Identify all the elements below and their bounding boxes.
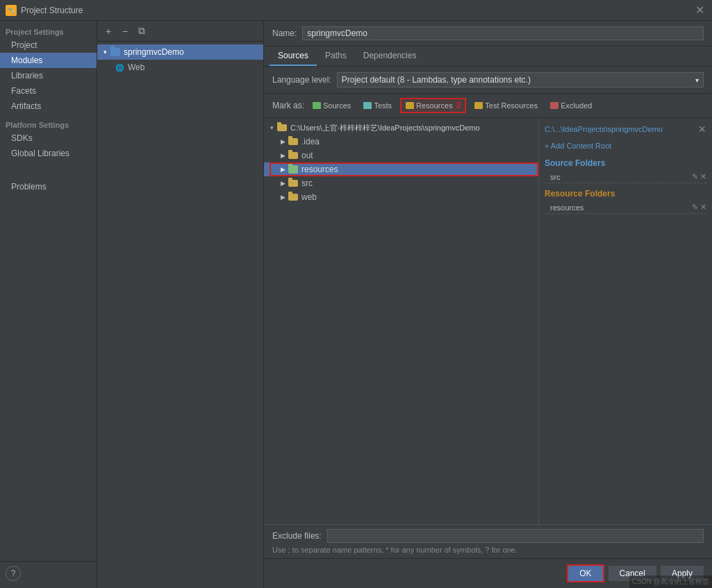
tab-sources[interactable]: Sources [270,47,317,66]
ok-button[interactable]: OK [567,564,604,582]
sources-color-dot [313,102,321,109]
excluded-color-dot [550,102,558,109]
content-area: ▾ C:\Users\上官·梓梓梓梓艺\IdeaProjects\springm… [264,118,712,524]
module-folder-icon [110,47,121,58]
out-folder-icon [288,150,299,161]
name-label: Name: [272,28,297,38]
root-path-label: C:\Users\上官·梓梓梓梓艺\IdeaProjects\springmvc… [290,123,480,133]
tab-paths[interactable]: Paths [317,47,355,66]
dir-item-out[interactable]: ▶ out [264,149,538,162]
source-folder-actions: ✎ ✕ [692,172,706,181]
copy-module-button[interactable]: ⧉ [135,24,149,38]
sidebar-item-project[interactable]: Project [0,37,97,53]
resource-folder-resources: resources ✎ ✕ [545,201,706,214]
resource-folder-actions: ✎ ✕ [692,203,706,212]
resources-color-dot [406,102,414,109]
tab-dependencies[interactable]: Dependencies [355,47,425,66]
sidebar-item-artifacts[interactable]: Artifacts [0,99,97,114]
module-tree-item-label: springmvcDemo [124,47,184,57]
content-root-path: C:\...\IdeaProjects\springmvcDemo [545,125,663,133]
sidebar-item-problems[interactable]: Problems [11,179,91,194]
directory-tree-area: ▾ C:\Users\上官·梓梓梓梓艺\IdeaProjects\springm… [264,118,538,524]
remove-resource-folder-button[interactable]: ✕ [700,203,706,212]
title-bar: 🔧 Project Structure ✕ [0,0,712,21]
exclude-files-input[interactable] [327,529,704,543]
exclude-files-row: Exclude files: [272,529,704,543]
platform-settings-label: Platform Settings [0,114,97,131]
resources-expand-arrow: ▶ [278,165,288,174]
annotation-2: 2 [456,101,461,110]
tree-expand-arrow: ▾ [100,47,110,57]
source-folders-label: Source Folders [545,158,706,168]
bottom-section: Exclude files: Use ; to separate name pa… [264,524,712,558]
close-content-root-button[interactable]: ✕ [698,124,706,135]
dir-item-root[interactable]: ▾ C:\Users\上官·梓梓梓梓艺\IdeaProjects\springm… [264,121,538,135]
sidebar-item-global-libraries[interactable]: Global Libraries [0,146,97,161]
mark-tests-button[interactable]: Tests [359,100,396,111]
help-icon: ? [11,569,16,578]
dir-item-web[interactable]: ▶ web [264,190,538,204]
tests-color-dot [363,102,372,109]
idea-expand-arrow: ▶ [278,137,288,146]
resource-folders-label: Resource Folders [545,189,706,199]
language-level-row: Language level: Project default (8 - Lam… [264,67,712,94]
web-expand-arrow: ▶ [278,192,288,202]
help-button[interactable]: ? [6,566,21,581]
out-folder-label: out [301,151,313,160]
dropdown-arrow-icon: ▾ [695,76,699,84]
content-panel: Name: Sources Paths Dependencies Languag… [264,21,712,588]
sidebar-item-sdks[interactable]: SDKs [0,131,97,146]
remove-module-button[interactable]: − [118,24,132,38]
web-folder-label: web [301,192,317,202]
window-title: Project Structure [21,6,83,15]
module-tree-item-web[interactable]: 🌐 Web [97,60,263,75]
sidebar-item-global-libraries-label: Global Libraries [11,149,69,158]
idea-folder-label: .idea [301,137,320,146]
close-icon[interactable]: ✕ [693,3,706,17]
tabs-row: Sources Paths Dependencies [264,47,712,67]
watermark: CSDN @高冷的上官梓芸 [629,576,712,588]
language-level-select[interactable]: Project default (8 - Lambdas, type annot… [337,72,704,87]
sidebar-item-libraries-label: Libraries [11,71,43,81]
dir-item-resources[interactable]: ▶ resources [264,162,538,176]
out-expand-arrow: ▶ [278,151,288,160]
idea-folder-icon [288,136,299,147]
sidebar-item-sdks-label: SDKs [11,133,33,143]
exclude-hint: Use ; to separate name patterns, * for a… [272,546,704,554]
sidebar-item-modules-label: Modules [11,56,42,65]
mark-excluded-button[interactable]: Excluded [546,100,596,111]
app-icon: 🔧 [6,5,17,16]
sidebar: Project Settings Project Modules Librari… [0,21,97,588]
mark-sources-button[interactable]: Sources [308,100,355,111]
test-resources-color-dot [474,102,483,109]
exclude-files-label: Exclude files: [272,531,322,541]
edit-source-folder-button[interactable]: ✎ [692,172,698,181]
add-content-root-link[interactable]: + Add Content Root [545,139,706,153]
src-folder-label: src [301,178,313,188]
right-panel: C:\...\IdeaProjects\springmvcDemo ✕ + Ad… [538,118,712,524]
mark-test-resources-button[interactable]: Test Resources [470,100,542,111]
resources-folder-label: resources [301,165,338,174]
sidebar-item-facets-label: Facets [11,86,36,96]
module-tree: ▾ springmvcDemo 🌐 Web [97,42,263,588]
root-expand-arrow: ▾ [267,123,276,133]
sidebar-item-modules[interactable]: Modules [0,53,97,68]
remove-source-folder-button[interactable]: ✕ [700,172,706,181]
sidebar-item-artifacts-label: Artifacts [11,101,41,111]
name-input[interactable] [302,26,704,40]
edit-resource-folder-button[interactable]: ✎ [692,203,698,212]
sidebar-item-facets[interactable]: Facets [0,83,97,99]
module-toolbar: + − ⧉ [97,21,263,42]
web-tree-folder-icon [288,192,299,203]
mark-as-row: Mark as: Sources Tests Resources 2 Test [264,94,712,118]
mark-resources-button[interactable]: Resources 2 [400,98,466,113]
language-level-label: Language level: [272,75,331,85]
project-settings-label: Project Settings [0,24,97,37]
root-folder-icon [276,122,288,133]
sidebar-item-libraries[interactable]: Libraries [0,68,97,83]
dir-item-src[interactable]: ▶ src [264,176,538,190]
module-tree-item-springmvcdemo[interactable]: ▾ springmvcDemo [97,44,263,60]
dir-item-idea[interactable]: ▶ .idea [264,135,538,149]
add-module-button[interactable]: + [101,24,115,38]
module-tree-item-web-label: Web [128,62,144,72]
